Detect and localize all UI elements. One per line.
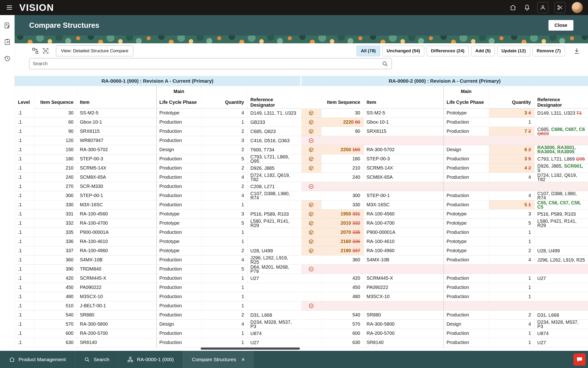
table-row[interactable]: .1335P900-00001AProduction12070 335P900-… [15,228,588,237]
clipboard-export-icon[interactable] [4,38,11,46]
taskbar-item-ra-0000-1-000[interactable]: RA-0000-1 (000) [118,351,183,368]
item-sequence-cell: 336 [34,237,77,246]
reference-designator-cell: U27 [534,274,588,283]
table-row[interactable]: .160Gbox-10-1Production1GB2332220 60Gbox… [15,118,588,127]
column-header-item-sequence-right[interactable]: Item Sequence [321,97,364,108]
table-row[interactable]: .1332RA-100-4700Prototype5L580, P421, R1… [15,219,588,228]
update-indicator-cell [301,209,321,219]
table-row[interactable]: .1330M3X-16SCProduction1330M3X-16SCProdu… [15,200,588,209]
table-row[interactable]: .1300STEP-00-1Production4C107, D388, L98… [15,191,588,200]
table-row[interactable]: .1336RA-100-4610Prototype12160 336RA-100… [15,237,588,246]
level-cell: .1 [15,292,34,301]
life-cycle-phase-cell: Production [156,329,201,338]
filter-chip-differences-24[interactable]: Differences (24) [427,46,469,56]
table-row[interactable]: .1540SR880Production2D31, L668540SR880Pr… [15,310,588,320]
table-row[interactable]: .1180STEP-00-3Production5C793, L721, L86… [15,154,588,163]
search-icon[interactable] [382,61,388,67]
user-tools-button[interactable] [537,2,548,13]
topbar-actions [509,2,583,13]
cut-tools-button[interactable] [554,2,565,13]
column-header-life-cycle-phase-left[interactable]: Life Cycle Phase [156,97,201,108]
life-cycle-phase-cell: Prototype [156,246,201,255]
close-button[interactable]: Close [548,20,573,31]
reference-designator-cell [247,200,301,209]
item-sequence-cell: 330 [321,200,364,209]
life-cycle-phase-cell: Production [156,182,201,191]
quantity-cell: 1 [489,338,534,347]
update-indicator-cell [301,127,321,136]
column-header-reference-designator-right[interactable]: Reference Designator [534,97,588,108]
reference-designator-cell [534,118,588,127]
table-row[interactable]: .1120WR807947Production3C416, D516, Q363 [15,136,588,145]
filter-chip-unchanged-54[interactable]: Unchanged (54) [382,46,425,56]
item-cell: STEP-00-1 [364,191,444,200]
update-change-icon [308,211,314,217]
filter-chip-remove-7[interactable]: Remove (7) [533,46,565,56]
item-cell: RA-100-4560 [77,209,156,219]
column-header-item-right[interactable]: Item [364,97,444,108]
table-row[interactable]: .190SRX8115Production2C685, Q82390SRX811… [15,127,588,136]
table-row[interactable]: .1337RA-100-4960Prototype2U28, U4992190 … [15,246,588,255]
quantity-cell: 1 [201,200,247,209]
column-header-quantity-left[interactable]: Quantity [201,97,247,108]
column-header-quantity-right[interactable]: Quantity [489,97,534,108]
life-cycle-phase-cell: Design [444,145,489,154]
search-input[interactable] [33,61,382,66]
table-row[interactable]: .1270SCR-M330Production2C208, L271 [15,182,588,191]
taskbar-item-compare-structures[interactable]: Compare Structures× [183,351,254,368]
reference-designator-cell: P516, P589, R103 [534,209,588,219]
taskbar-item-product-management[interactable]: Product Management [0,351,75,368]
filter-chip-add-5[interactable]: Add (5) [471,46,495,56]
chat-button[interactable] [573,353,586,366]
notifications-bell-icon[interactable] [523,4,531,11]
table-row[interactable]: .1210SCRM5-14XProduction2D926, J885210SC… [15,163,588,173]
filter-chip-all-78[interactable]: All (78) [357,46,380,56]
reference-designator-cell: C685, Q823 [247,127,301,136]
table-row[interactable]: .1240SCM8X-65AProduction4D724, L182, Q61… [15,173,588,182]
level-cell: .1 [15,154,34,163]
table-row[interactable]: .1570RA-300-5800Design4D234, M328, M537,… [15,320,588,329]
table-row[interactable]: .1390TRDM840Production5D64, M201, M268, … [15,264,588,274]
item-sequence-cell: 420 [321,274,364,283]
table-row[interactable]: .1360S4MX-10BProduction4J296, L262, L919… [15,255,588,264]
table-row[interactable]: .1150RA-300-5702Design2T600, T7342250 15… [15,145,588,154]
table-row[interactable]: .1331RA-100-4560Prototype3P516, P589, R1… [15,209,588,219]
history-clock-icon[interactable] [4,55,11,62]
filter-chip-update-12[interactable]: Update (12) [497,46,530,56]
audit-form-icon[interactable] [4,22,11,29]
avatar[interactable] [571,2,583,13]
removed-empty-cell [534,182,588,191]
expand-icon[interactable] [40,46,51,56]
reference-designator-cell: C685, C686, C687, C6 Q823 [534,127,588,136]
item-sequence-cell: 60 [34,118,77,127]
life-cycle-phase-cell: Production [156,228,201,237]
life-cycle-phase-cell: Production [444,173,489,182]
download-icon[interactable] [571,46,582,56]
life-cycle-phase-cell: Production [444,127,489,136]
table-row[interactable]: .1480M3SCX-10Production1480M3SCX-10Produ… [15,292,588,301]
item-cell: PA090222 [77,283,156,292]
hamburger-menu-icon[interactable] [5,3,14,12]
close-tab-icon[interactable]: × [242,357,245,362]
hierarchy-icon[interactable] [30,46,40,56]
compare-table-wrap: RA-0000-1 (000) : Revision A - Current (… [15,76,588,351]
view-selector-button[interactable]: View: Detailed Structure Compare [56,46,133,56]
horizontal-scrollbar[interactable] [201,348,300,350]
life-cycle-phase-cell: Production [156,127,201,136]
table-row[interactable]: .1630SR8140Production1U27630SR8140Produc… [15,338,588,347]
column-header-item-sequence-left[interactable]: Item Sequence [34,97,77,108]
table-row[interactable]: .1450PA090222Production1450PA090222Produ… [15,283,588,292]
reference-designator-cell [534,283,588,292]
home-icon[interactable] [509,4,517,11]
table-row[interactable]: .1420SCRM445-XProduction1U27420SCRM445-X… [15,274,588,283]
taskbar-item-search[interactable]: Search [75,351,118,368]
table-row[interactable]: .1510J-BELT-00-1Production1 [15,301,588,310]
column-header-level: Level [15,86,34,108]
column-header-reference-designator-left[interactable]: Reference Designator [247,97,301,108]
item-sequence-cell: 390 [34,264,77,274]
table-row[interactable]: .130SS-M2-5Prototype4D149, L311, T1, U32… [15,108,588,118]
reference-designator-cell: D31, L668 [247,310,301,320]
column-header-life-cycle-phase-right[interactable]: Life Cycle Phase [444,97,489,108]
table-row[interactable]: .1600RA-200-5700Production1U874600RA-200… [15,329,588,338]
column-header-item-left[interactable]: Item [77,97,156,108]
